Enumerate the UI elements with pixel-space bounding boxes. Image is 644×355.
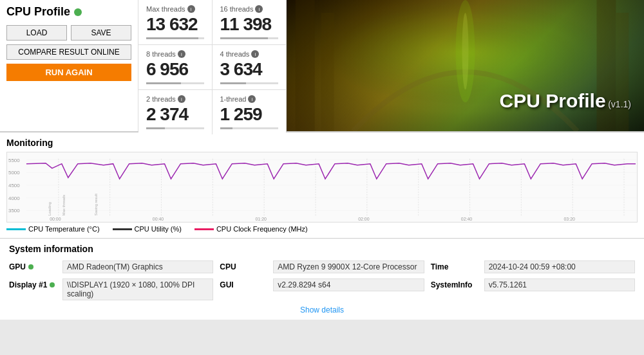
svg-rect-2 <box>321 13 334 131</box>
score-bar <box>146 127 204 129</box>
info-icon[interactable]: i <box>187 5 195 13</box>
status-dot <box>28 264 33 269</box>
sysinfo-value: AMD Radeon(TM) Graphics <box>62 260 213 273</box>
score-value: 1 259 <box>220 104 279 125</box>
score-bar-fill <box>146 82 181 84</box>
sysinfo-column: Time 2024-10-24 00:59 +08:00 SystemInfo … <box>431 259 635 302</box>
legend-label: CPU Temperature (°C) <box>28 225 100 233</box>
hero-subtitle: (v1.1) <box>608 99 631 109</box>
legend-label: CPU Clock Frequency (MHz) <box>216 225 308 233</box>
sysinfo-label: GPU <box>9 262 57 271</box>
score-value: 11 398 <box>220 14 279 35</box>
score-bar-fill <box>146 37 198 39</box>
score-bar-fill <box>220 82 247 84</box>
score-cell: 2 threads i 2 374 <box>138 90 213 134</box>
legend-line <box>113 228 132 230</box>
sysinfo-row: Display #1 \\DISPLAY1 (1920 × 1080, 100%… <box>9 277 213 302</box>
score-bar <box>220 82 279 84</box>
save-button[interactable]: SAVE <box>71 25 131 41</box>
score-bar-fill <box>146 127 165 129</box>
svg-text:02:40: 02:40 <box>461 217 473 221</box>
score-cell: 8 threads i 6 956 <box>138 45 213 90</box>
score-bar <box>146 37 204 39</box>
info-icon[interactable]: i <box>178 50 185 58</box>
sysinfo-row: Time 2024-10-24 00:59 +08:00 <box>431 259 635 275</box>
sysinfo-grid: GPU AMD Radeon(TM) Graphics Display #1 \… <box>9 259 635 302</box>
sysinfo-label: GUI <box>220 280 268 289</box>
svg-text:00:40: 00:40 <box>153 217 164 221</box>
hero-title: CPU Profile <box>500 90 606 111</box>
score-bar-fill <box>220 127 233 129</box>
sysinfo-label: Display #1 <box>9 280 57 289</box>
sysinfo-label: CPU <box>220 262 268 271</box>
info-icon[interactable]: i <box>251 50 259 58</box>
sysinfo-value: v5.75.1261 <box>484 278 635 291</box>
svg-text:5500: 5500 <box>8 158 20 163</box>
score-cell: Max threads i 13 632 <box>138 0 213 45</box>
show-details-link[interactable]: Show details <box>9 305 635 314</box>
legend-line <box>6 228 26 230</box>
score-label: 8 threads i <box>146 50 204 58</box>
sysinfo-value: AMD Ryzen 9 9900X 12-Core Processor <box>273 260 424 273</box>
sysinfo-value: v2.29.8294 s64 <box>273 278 424 291</box>
score-label: 16 threads i <box>220 5 279 13</box>
chart-legend: CPU Temperature (°C) CPU Utility (%) CPU… <box>6 225 638 233</box>
scores-grid: Max threads i 13 632 16 threads i 11 398… <box>138 0 287 131</box>
score-bar <box>146 82 204 84</box>
sysinfo-label: SystemInfo <box>431 280 479 289</box>
hero-image: CPU Profile (v1.1) <box>287 0 644 131</box>
score-bar <box>220 127 279 129</box>
svg-text:02:00: 02:00 <box>358 217 370 221</box>
sysinfo-value: 2024-10-24 00:59 +08:00 <box>484 260 635 273</box>
sysinfo-title: System information <box>9 244 635 254</box>
sysinfo-value: \\DISPLAY1 (1920 × 1080, 100% DPI scalin… <box>62 278 213 300</box>
load-button[interactable]: LOAD <box>6 25 67 41</box>
score-label: Max threads i <box>146 5 204 13</box>
score-value: 2 374 <box>146 104 204 125</box>
svg-point-6 <box>462 13 469 89</box>
score-label: 2 threads i <box>146 95 204 103</box>
svg-rect-4 <box>616 13 629 131</box>
legend-item: CPU Temperature (°C) <box>6 225 100 233</box>
svg-rect-1 <box>296 0 315 131</box>
compare-button[interactable]: COMPARE RESULT ONLINE <box>6 44 131 60</box>
app-title: CPU Profile <box>6 5 131 19</box>
legend-label: CPU Utility (%) <box>135 225 182 233</box>
svg-text:4000: 4000 <box>8 196 20 201</box>
chart-container: 5500 5000 4500 4000 3500 <box>6 152 638 223</box>
legend-line <box>194 228 214 230</box>
svg-text:Max threads: Max threads <box>62 195 66 215</box>
monitoring-title: Monitoring <box>6 138 638 148</box>
score-bar <box>220 37 279 39</box>
score-label: 1-thread i <box>220 95 279 103</box>
hero-text-block: CPU Profile (v1.1) <box>500 90 631 112</box>
info-icon[interactable]: i <box>178 95 185 103</box>
info-icon[interactable]: i <box>255 5 263 13</box>
title-text: CPU Profile <box>6 5 70 19</box>
score-cell: 4 threads i 3 634 <box>213 45 287 90</box>
score-value: 13 632 <box>146 14 204 35</box>
run-again-button[interactable]: RUN AGAIN <box>6 64 131 81</box>
svg-text:5000: 5000 <box>8 170 20 176</box>
info-icon[interactable]: i <box>248 95 256 103</box>
sysinfo-row: CPU AMD Ryzen 9 9900X 12-Core Processor <box>220 259 424 275</box>
svg-text:01:20: 01:20 <box>255 217 267 221</box>
legend-item: CPU Utility (%) <box>113 225 182 233</box>
sysinfo-row: SystemInfo v5.75.1261 <box>431 277 635 293</box>
sysinfo-row: GUI v2.29.8294 s64 <box>220 277 424 293</box>
sysinfo-row: GPU AMD Radeon(TM) Graphics <box>9 259 213 275</box>
svg-text:3500: 3500 <box>8 208 20 214</box>
sysinfo-label: Time <box>431 262 479 271</box>
score-label: 4 threads i <box>220 50 279 58</box>
svg-rect-7 <box>7 152 637 222</box>
score-cell: 16 threads i 11 398 <box>213 0 287 45</box>
svg-text:4500: 4500 <box>8 183 20 188</box>
sysinfo-column: CPU AMD Ryzen 9 9900X 12-Core Processor … <box>220 259 424 302</box>
sysinfo-column: GPU AMD Radeon(TM) Graphics Display #1 \… <box>9 259 213 302</box>
score-cell: 1-thread i 1 259 <box>213 90 287 134</box>
status-dot <box>50 282 55 287</box>
left-panel: CPU Profile LOAD SAVE COMPARE RESULT ONL… <box>0 0 138 131</box>
svg-text:Saving result: Saving result <box>94 194 98 215</box>
score-value: 3 634 <box>220 59 279 80</box>
load-save-row: LOAD SAVE <box>6 25 131 41</box>
